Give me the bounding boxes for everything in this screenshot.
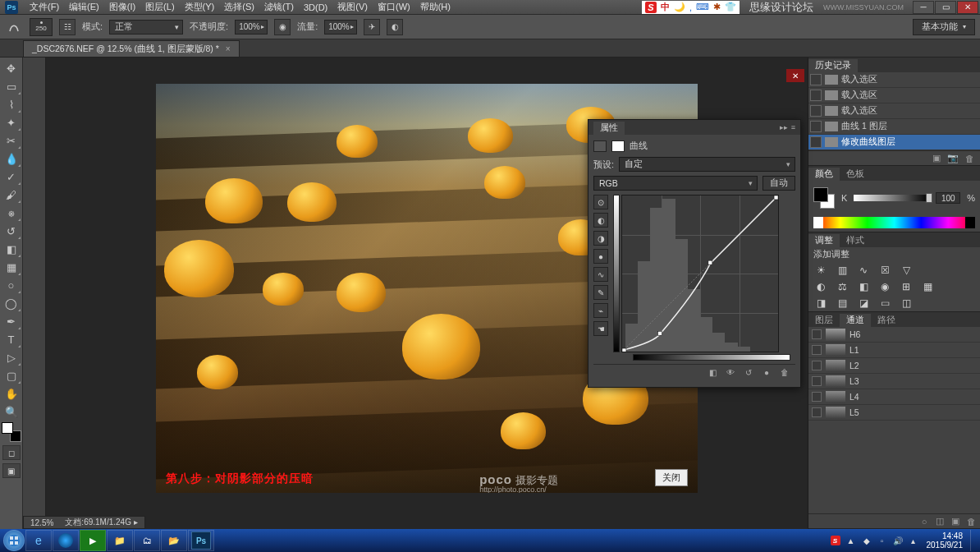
task-browser[interactable] [53,530,79,551]
tray-network-icon[interactable]: ▫ [877,535,888,546]
task-photoshop[interactable]: Ps [188,530,214,551]
channel-row[interactable]: H6 [808,327,980,343]
gradient-tool[interactable]: ▦ [2,258,21,276]
invert-icon[interactable]: ◨ [813,297,828,310]
visibility-toggle[interactable] [812,407,822,417]
edit-points-icon[interactable]: ∿ [593,267,608,282]
workspace-switcher[interactable]: 基本功能▾ [913,19,975,35]
gradient-map-icon[interactable]: ▭ [877,297,892,310]
threshold-icon[interactable]: ◪ [856,297,871,310]
close-button[interactable]: ✕ [957,1,978,14]
brush-tool[interactable]: 🖌 [2,186,21,204]
hand-grab-icon[interactable]: ☚ [593,321,608,336]
menu-edit[interactable]: 编辑(E) [64,1,104,13]
menu-type[interactable]: 类型(Y) [180,1,220,13]
pressure-size-icon[interactable]: ◐ [387,19,403,35]
tray-chevron-icon[interactable]: ▴ [908,535,919,546]
color-swatches[interactable] [2,422,21,442]
screenmode-toggle[interactable]: ▣ [2,463,21,478]
brush-preset-picker[interactable]: 250 [30,18,53,36]
menu-select[interactable]: 选择(S) [219,1,259,13]
tab-channels[interactable]: 通道 [840,314,871,327]
document-tab[interactable]: _DSC2676.NEF @ 12.5% (曲线 1, 图层蒙版/8) * × [23,40,240,57]
blur-tool[interactable]: ○ [2,276,21,294]
history-checkbox[interactable] [810,121,822,132]
history-checkbox[interactable] [810,105,822,117]
zoom-level[interactable]: 12.5% [30,518,53,527]
tray-sogou-icon[interactable]: S [830,535,841,546]
path-select-tool[interactable]: ▷ [2,348,21,366]
eyedropper-tool[interactable]: 💧 [2,150,21,168]
tab-paths[interactable]: 路径 [871,314,902,327]
new-doc-from-state-icon[interactable]: ▣ [931,153,942,164]
balance-icon[interactable]: ⚖ [835,280,849,293]
color-swatch-pair[interactable] [813,187,835,209]
clip-to-layer-icon[interactable]: ◧ [707,367,718,379]
sample-grey-icon[interactable]: ◑ [593,231,608,246]
tab-color[interactable]: 颜色 [808,168,840,181]
levels-icon[interactable]: ▥ [835,264,849,277]
photo-filter-icon[interactable]: ◉ [877,280,892,293]
current-tool-icon[interactable] [5,18,23,36]
task-player[interactable]: ▶ [80,530,106,551]
visibility-toggle[interactable] [812,329,822,339]
history-brush-tool[interactable]: ↺ [2,222,21,240]
sample-white-icon[interactable]: ◐ [593,213,608,228]
menu-help[interactable]: 帮助(H) [415,1,456,13]
hand-tool[interactable]: ✋ [2,384,21,402]
menu-window[interactable]: 窗口(W) [373,1,415,13]
draw-curve-icon[interactable]: ✎ [593,285,608,300]
save-selection-icon[interactable]: ◫ [934,516,946,527]
smooth-icon[interactable]: ⌁ [593,303,608,318]
menu-3d[interactable]: 3D(D) [299,2,332,12]
history-item[interactable]: 载入选区 [808,88,980,104]
menu-image[interactable]: 图像(I) [104,1,140,13]
blend-mode-select[interactable]: 正常 [109,20,183,34]
k-value-field[interactable]: 100 [936,192,960,204]
menu-view[interactable]: 视图(V) [332,1,373,13]
panel-group-close-icon[interactable]: ✕ [786,69,804,82]
tray-flag-icon[interactable]: ▲ [845,535,857,546]
close-overlay-button[interactable]: 关闭 [655,469,688,486]
menu-file[interactable]: 文件(F) [25,1,64,13]
fg-color-swatch[interactable] [813,187,828,202]
eraser-tool[interactable]: ◧ [2,240,21,258]
channel-row[interactable]: L2 [808,358,980,374]
flow-field[interactable]: 100% [324,20,357,34]
quick-select-tool[interactable]: ✦ [2,113,21,131]
menu-layer[interactable]: 图层(L) [140,1,179,13]
delete-channel-icon[interactable]: 🗑 [965,516,977,527]
tab-close-icon[interactable]: × [226,44,231,53]
tray-shield-icon[interactable]: ◆ [861,535,872,546]
new-channel-icon[interactable]: ▣ [950,516,961,527]
curves-icon[interactable]: ∿ [856,264,871,277]
exposure-icon[interactable]: ☒ [877,264,892,277]
panel-collapse-icon[interactable]: ▸▸ [780,123,788,131]
channel-row[interactable]: L3 [808,374,980,389]
tray-volume-icon[interactable]: 🔊 [892,535,904,546]
stamp-tool[interactable]: ⎈ [2,204,21,222]
healing-tool[interactable]: ✓ [2,168,21,186]
quickmask-toggle[interactable]: ◻ [2,445,21,460]
collapsed-panel-strip[interactable] [23,58,46,529]
toggle-visibility-icon[interactable]: ● [761,367,772,379]
new-snapshot-icon[interactable]: 📷 [947,153,959,164]
hue-icon[interactable]: ◐ [813,280,828,293]
channel-select[interactable]: RGB [593,176,758,191]
history-item[interactable]: 曲线 1 图层 [808,119,980,135]
task-folder2[interactable]: 📂 [161,530,187,551]
channel-row[interactable]: L5 [808,405,980,421]
visibility-toggle[interactable] [812,361,822,370]
sample-black-icon[interactable]: ● [593,249,608,264]
slider-handle[interactable] [926,193,932,203]
airbrush-icon[interactable]: ✈ [364,19,380,35]
history-item[interactable]: 载入选区 [808,72,980,88]
visibility-toggle[interactable] [812,345,822,355]
tab-styles[interactable]: 样式 [840,234,871,247]
dodge-tool[interactable]: ◯ [2,294,21,312]
vibrance-icon[interactable]: ▽ [899,264,914,277]
menu-filter[interactable]: 滤镜(T) [259,1,299,13]
lookup-icon[interactable]: ▦ [920,280,935,293]
marquee-tool[interactable]: ▭ [2,77,21,95]
load-channel-icon[interactable]: ○ [918,516,930,527]
